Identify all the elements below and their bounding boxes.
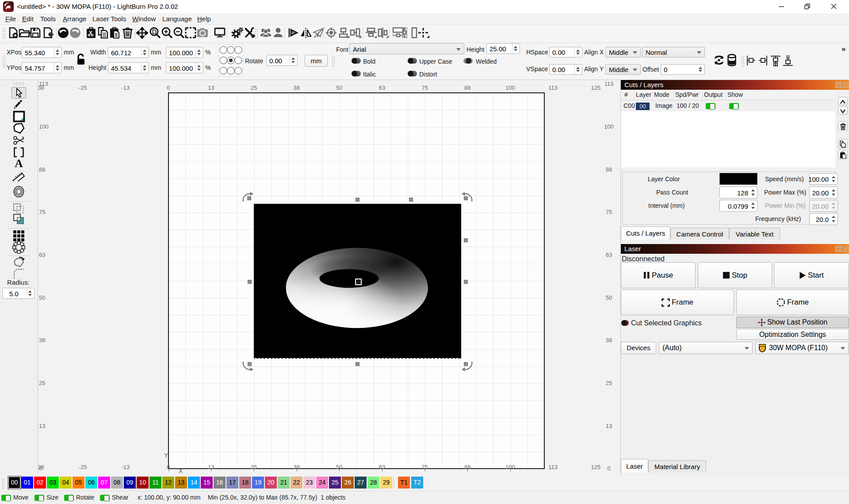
svg-text:A: A [15, 157, 23, 169]
